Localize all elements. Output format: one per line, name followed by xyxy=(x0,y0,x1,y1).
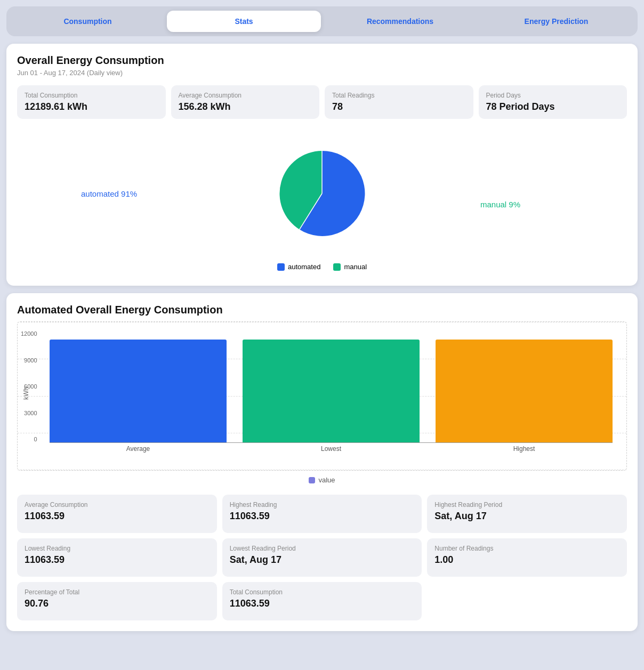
stat-highest-reading-period: Highest Reading Period Sat, Aug 17 xyxy=(427,495,627,533)
stat-number-of-readings-value: 1.00 xyxy=(434,554,619,566)
y-ticks: 12000 9000 6000 3000 0 xyxy=(21,330,37,442)
chart-legend: value xyxy=(17,476,627,484)
bar-average xyxy=(50,340,227,442)
stat-lowest-reading-period-value: Sat, Aug 17 xyxy=(230,554,415,566)
legend-automated: automated xyxy=(277,263,320,271)
stat-lowest-reading-period: Lowest Reading Period Sat, Aug 17 xyxy=(222,538,422,577)
tab-energy-prediction[interactable]: Energy Prediction xyxy=(479,11,633,32)
stat-percentage-of-total: Percentage of Total 90.76 xyxy=(17,582,217,620)
section1-subtitle: Jun 01 - Aug 17, 2024 (Daily view) xyxy=(17,69,627,77)
stat-avg-consumption: Average Consumption 156.28 kWh xyxy=(171,85,320,119)
legend-manual: manual xyxy=(333,263,367,271)
tab-stats[interactable]: Stats xyxy=(167,11,321,32)
stat-avg-consumption-2-value: 11063.59 xyxy=(25,511,210,522)
y-tick-0: 0 xyxy=(21,436,37,442)
stat-avg-consumption-2-label: Average Consumption xyxy=(25,501,210,508)
automated-energy-section: Automated Overall Energy Consumption kWh… xyxy=(6,293,638,631)
bar-lowest xyxy=(243,340,420,442)
stat-highest-reading-value: 11063.59 xyxy=(230,511,415,522)
stat-lowest-reading-value: 11063.59 xyxy=(25,554,210,566)
stat-highest-reading-label: Highest Reading xyxy=(230,501,415,508)
x-label-highest: Highest xyxy=(436,445,613,453)
bottom-stats-grid: Average Consumption 11063.59 Highest Rea… xyxy=(17,495,627,620)
nav-bar: Consumption Stats Recommendations Energy… xyxy=(6,6,638,36)
bar-group-lowest xyxy=(243,340,420,442)
bar-group-highest xyxy=(436,340,613,442)
stat-highest-reading-period-value: Sat, Aug 17 xyxy=(434,511,619,522)
stat-total-readings: Total Readings 78 xyxy=(325,85,473,119)
legend-manual-dot xyxy=(333,263,341,271)
pie-chart xyxy=(274,146,370,241)
stat-avg-consumption-2: Average Consumption 11063.59 xyxy=(17,495,217,533)
bar-chart-container: kWh 12000 9000 6000 3000 0 xyxy=(17,321,627,471)
overall-stats-grid: Total Consumption 12189.61 kWh Average C… xyxy=(17,85,627,119)
stat-total-consumption-label: Total Consumption xyxy=(25,92,158,99)
section2-title: Automated Overall Energy Consumption xyxy=(17,304,627,316)
bar-chart-section: kWh 12000 9000 6000 3000 0 xyxy=(17,321,627,484)
y-tick-9000: 9000 xyxy=(21,357,37,364)
stat-period-days: Period Days 78 Period Days xyxy=(479,85,627,119)
stat-total-consumption-2: Total Consumption 11063.59 xyxy=(222,582,422,620)
pie-automated-label: automated 91% xyxy=(81,189,137,198)
stat-percentage-of-total-label: Percentage of Total xyxy=(25,588,210,596)
stat-total-consumption-2-label: Total Consumption xyxy=(230,588,415,596)
stat-total-readings-value: 78 xyxy=(332,101,466,112)
stat-highest-reading: Highest Reading 11063.59 xyxy=(222,495,422,533)
stat-total-consumption: Total Consumption 12189.61 kWh xyxy=(17,85,166,119)
grid-line-12000 xyxy=(18,322,626,322)
y-tick-12000: 12000 xyxy=(21,330,37,337)
pie-manual-label: manual 9% xyxy=(480,200,520,209)
stat-lowest-reading-period-label: Lowest Reading Period xyxy=(230,545,415,552)
stat-period-days-label: Period Days xyxy=(486,92,620,99)
stat-number-of-readings-label: Number of Readings xyxy=(434,545,619,552)
pie-chart-section: automated 91% manual 9% xyxy=(17,130,627,257)
x-label-lowest: Lowest xyxy=(243,445,420,453)
x-labels: Average Lowest Highest xyxy=(44,443,618,455)
stat-lowest-reading: Lowest Reading 11063.59 xyxy=(17,538,217,577)
stat-percentage-of-total-value: 90.76 xyxy=(25,598,210,609)
stat-lowest-reading-label: Lowest Reading xyxy=(25,545,210,552)
stat-total-readings-label: Total Readings xyxy=(332,92,466,99)
overall-energy-section: Overall Energy Consumption Jun 01 - Aug … xyxy=(6,44,638,286)
stat-highest-reading-period-label: Highest Reading Period xyxy=(434,501,619,508)
y-tick-3000: 3000 xyxy=(21,410,37,416)
grid-line-0 xyxy=(18,470,626,470)
bar-highest xyxy=(436,340,613,442)
legend-automated-label: automated xyxy=(288,263,320,271)
legend-manual-label: manual xyxy=(344,263,367,271)
bar-group-average xyxy=(50,340,227,442)
stat-avg-consumption-label: Average Consumption xyxy=(179,92,312,99)
tab-recommendations[interactable]: Recommendations xyxy=(323,11,477,32)
stat-period-days-value: 78 Period Days xyxy=(486,101,620,112)
stat-avg-consumption-value: 156.28 kWh xyxy=(179,101,312,112)
stat-number-of-readings: Number of Readings 1.00 xyxy=(427,538,627,577)
section1-title: Overall Energy Consumption xyxy=(17,54,627,67)
pie-legend: automated manual xyxy=(17,263,627,271)
stat-total-consumption-2-value: 11063.59 xyxy=(230,598,415,609)
x-label-average: Average xyxy=(50,445,227,453)
chart-legend-dot xyxy=(309,477,315,483)
legend-automated-dot xyxy=(277,263,285,271)
stat-total-consumption-value: 12189.61 kWh xyxy=(25,101,158,112)
tab-consumption[interactable]: Consumption xyxy=(11,11,165,32)
y-tick-6000: 6000 xyxy=(21,383,37,390)
chart-legend-label: value xyxy=(318,476,335,484)
